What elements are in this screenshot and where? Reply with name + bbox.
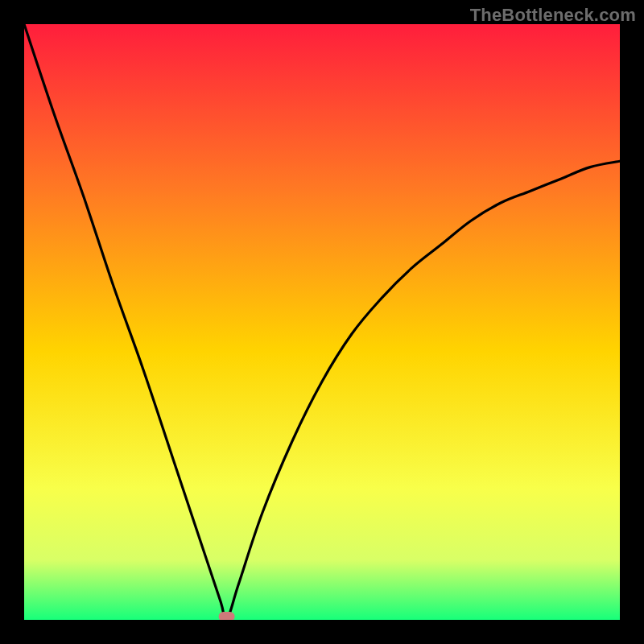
- optimal-marker: [219, 612, 235, 620]
- gradient-background: [24, 24, 620, 620]
- plot-area: [24, 24, 620, 620]
- watermark-text: TheBottleneck.com: [470, 5, 636, 26]
- chart-svg: [24, 24, 620, 620]
- chart-frame: TheBottleneck.com: [0, 0, 644, 644]
